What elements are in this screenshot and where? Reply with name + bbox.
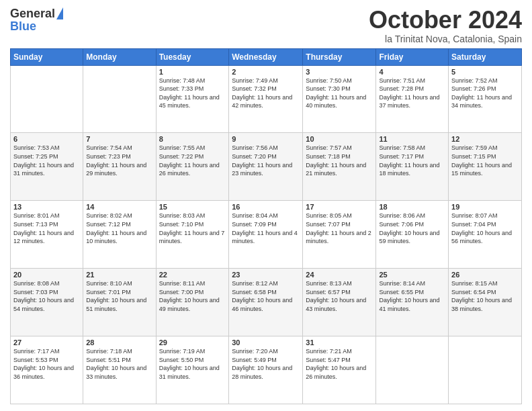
calendar-cell: 10Sunrise: 7:57 AM Sunset: 7:18 PM Dayli…	[303, 133, 376, 201]
day-info: Sunrise: 7:50 AM Sunset: 7:30 PM Dayligh…	[306, 77, 373, 110]
logo: General Blue	[10, 7, 63, 34]
day-number: 19	[451, 203, 519, 211]
day-info: Sunrise: 7:51 AM Sunset: 7:28 PM Dayligh…	[379, 77, 445, 110]
calendar-cell: 1Sunrise: 7:48 AM Sunset: 7:33 PM Daylig…	[156, 65, 229, 133]
calendar-cell: 12Sunrise: 7:59 AM Sunset: 7:15 PM Dayli…	[449, 133, 522, 201]
day-info: Sunrise: 7:19 AM Sunset: 5:50 PM Dayligh…	[159, 347, 226, 381]
calendar-cell: 29Sunrise: 7:19 AM Sunset: 5:50 PM Dayli…	[156, 336, 229, 404]
calendar-cell	[376, 336, 449, 404]
day-info: Sunrise: 8:11 AM Sunset: 7:00 PM Dayligh…	[159, 279, 226, 313]
calendar-cell: 16Sunrise: 8:04 AM Sunset: 7:09 PM Dayli…	[229, 201, 303, 269]
day-number: 24	[306, 271, 373, 279]
calendar-cell: 22Sunrise: 8:11 AM Sunset: 7:00 PM Dayli…	[156, 269, 229, 336]
day-number: 7	[86, 135, 152, 143]
calendar-cell	[83, 65, 156, 133]
day-number: 12	[451, 135, 519, 143]
header-sunday: Sunday	[11, 48, 83, 65]
day-info: Sunrise: 8:03 AM Sunset: 7:10 PM Dayligh…	[159, 212, 226, 245]
calendar-week-row: 1Sunrise: 7:48 AM Sunset: 7:33 PM Daylig…	[11, 65, 522, 133]
day-info: Sunrise: 8:13 AM Sunset: 6:57 PM Dayligh…	[306, 279, 373, 313]
day-info: Sunrise: 7:20 AM Sunset: 5:49 PM Dayligh…	[232, 347, 300, 381]
day-number: 1	[159, 68, 226, 76]
day-number: 20	[13, 271, 80, 279]
calendar-cell: 28Sunrise: 7:18 AM Sunset: 5:51 PM Dayli…	[83, 336, 156, 404]
day-info: Sunrise: 7:56 AM Sunset: 7:20 PM Dayligh…	[232, 144, 300, 177]
day-info: Sunrise: 7:57 AM Sunset: 7:18 PM Dayligh…	[306, 144, 373, 177]
day-number: 28	[86, 338, 152, 347]
day-info: Sunrise: 8:10 AM Sunset: 7:01 PM Dayligh…	[86, 279, 152, 313]
day-info: Sunrise: 8:08 AM Sunset: 7:03 PM Dayligh…	[13, 279, 80, 313]
calendar-cell: 30Sunrise: 7:20 AM Sunset: 5:49 PM Dayli…	[229, 336, 303, 404]
day-number: 5	[451, 68, 519, 76]
calendar-cell: 8Sunrise: 7:55 AM Sunset: 7:22 PM Daylig…	[156, 133, 229, 201]
calendar-cell: 25Sunrise: 8:14 AM Sunset: 6:55 PM Dayli…	[376, 269, 449, 336]
calendar-week-row: 13Sunrise: 8:01 AM Sunset: 7:13 PM Dayli…	[11, 201, 522, 269]
day-number: 29	[159, 338, 226, 347]
header: General Blue October 2024 la Trinitat No…	[10, 7, 522, 44]
day-number: 27	[13, 338, 80, 347]
header-thursday: Thursday	[303, 48, 376, 65]
day-info: Sunrise: 7:53 AM Sunset: 7:25 PM Dayligh…	[13, 144, 80, 177]
calendar-cell: 3Sunrise: 7:50 AM Sunset: 7:30 PM Daylig…	[303, 65, 376, 133]
day-info: Sunrise: 7:21 AM Sunset: 5:47 PM Dayligh…	[306, 347, 373, 381]
day-number: 23	[232, 271, 300, 279]
day-number: 14	[86, 203, 152, 211]
calendar-cell: 14Sunrise: 8:02 AM Sunset: 7:12 PM Dayli…	[83, 201, 156, 269]
calendar-cell: 27Sunrise: 7:17 AM Sunset: 5:53 PM Dayli…	[11, 336, 83, 404]
day-info: Sunrise: 7:48 AM Sunset: 7:33 PM Dayligh…	[159, 77, 226, 110]
day-number: 18	[379, 203, 445, 211]
day-info: Sunrise: 8:04 AM Sunset: 7:09 PM Dayligh…	[232, 212, 300, 245]
day-info: Sunrise: 7:18 AM Sunset: 5:51 PM Dayligh…	[86, 347, 152, 381]
calendar-cell: 31Sunrise: 7:21 AM Sunset: 5:47 PM Dayli…	[303, 336, 376, 404]
day-info: Sunrise: 7:55 AM Sunset: 7:22 PM Dayligh…	[159, 144, 226, 177]
day-number: 15	[159, 203, 226, 211]
header-tuesday: Tuesday	[156, 48, 229, 65]
day-number: 31	[306, 338, 373, 347]
calendar-cell: 19Sunrise: 8:07 AM Sunset: 7:04 PM Dayli…	[449, 201, 522, 269]
day-number: 21	[86, 271, 152, 279]
calendar-cell: 5Sunrise: 7:52 AM Sunset: 7:26 PM Daylig…	[449, 65, 522, 133]
header-monday: Monday	[83, 48, 156, 65]
day-number: 16	[232, 203, 300, 211]
location: la Trinitat Nova, Catalonia, Spain	[369, 34, 522, 44]
day-info: Sunrise: 8:01 AM Sunset: 7:13 PM Dayligh…	[13, 212, 80, 245]
day-info: Sunrise: 8:05 AM Sunset: 7:07 PM Dayligh…	[306, 212, 373, 245]
calendar-cell: 6Sunrise: 7:53 AM Sunset: 7:25 PM Daylig…	[11, 133, 83, 201]
calendar-page: General Blue October 2024 la Trinitat No…	[0, 0, 532, 411]
day-info: Sunrise: 7:17 AM Sunset: 5:53 PM Dayligh…	[13, 347, 80, 381]
day-number: 6	[13, 135, 80, 143]
calendar-cell: 17Sunrise: 8:05 AM Sunset: 7:07 PM Dayli…	[303, 201, 376, 269]
day-info: Sunrise: 7:49 AM Sunset: 7:32 PM Dayligh…	[232, 77, 300, 110]
day-number: 17	[306, 203, 373, 211]
day-number: 4	[379, 68, 445, 76]
calendar-cell: 11Sunrise: 7:58 AM Sunset: 7:17 PM Dayli…	[376, 133, 449, 201]
day-info: Sunrise: 7:59 AM Sunset: 7:15 PM Dayligh…	[451, 144, 519, 177]
day-number: 30	[232, 338, 300, 347]
calendar-cell: 13Sunrise: 8:01 AM Sunset: 7:13 PM Dayli…	[11, 201, 83, 269]
day-info: Sunrise: 8:06 AM Sunset: 7:06 PM Dayligh…	[379, 212, 445, 245]
calendar-cell: 15Sunrise: 8:03 AM Sunset: 7:10 PM Dayli…	[156, 201, 229, 269]
header-wednesday: Wednesday	[229, 48, 303, 65]
calendar-cell: 24Sunrise: 8:13 AM Sunset: 6:57 PM Dayli…	[303, 269, 376, 336]
logo-triangle-icon	[56, 7, 63, 19]
calendar-cell: 7Sunrise: 7:54 AM Sunset: 7:23 PM Daylig…	[83, 133, 156, 201]
day-number: 2	[232, 68, 300, 76]
day-info: Sunrise: 8:07 AM Sunset: 7:04 PM Dayligh…	[451, 212, 519, 245]
day-info: Sunrise: 7:54 AM Sunset: 7:23 PM Dayligh…	[86, 144, 152, 177]
calendar-cell	[449, 336, 522, 404]
calendar-week-row: 27Sunrise: 7:17 AM Sunset: 5:53 PM Dayli…	[11, 336, 522, 404]
calendar-cell: 4Sunrise: 7:51 AM Sunset: 7:28 PM Daylig…	[376, 65, 449, 133]
month-title: October 2024	[369, 7, 522, 34]
calendar-week-row: 20Sunrise: 8:08 AM Sunset: 7:03 PM Dayli…	[11, 269, 522, 336]
day-number: 22	[159, 271, 226, 279]
logo-blue: Blue	[10, 19, 63, 34]
day-info: Sunrise: 7:52 AM Sunset: 7:26 PM Dayligh…	[451, 77, 519, 110]
day-number: 26	[451, 271, 519, 279]
calendar-cell: 20Sunrise: 8:08 AM Sunset: 7:03 PM Dayli…	[11, 269, 83, 336]
day-number: 10	[306, 135, 373, 143]
day-info: Sunrise: 8:14 AM Sunset: 6:55 PM Dayligh…	[379, 279, 445, 313]
header-friday: Friday	[376, 48, 449, 65]
calendar-cell: 26Sunrise: 8:15 AM Sunset: 6:54 PM Dayli…	[449, 269, 522, 336]
calendar-table: Sunday Monday Tuesday Wednesday Thursday…	[10, 48, 522, 404]
day-info: Sunrise: 7:58 AM Sunset: 7:17 PM Dayligh…	[379, 144, 445, 177]
